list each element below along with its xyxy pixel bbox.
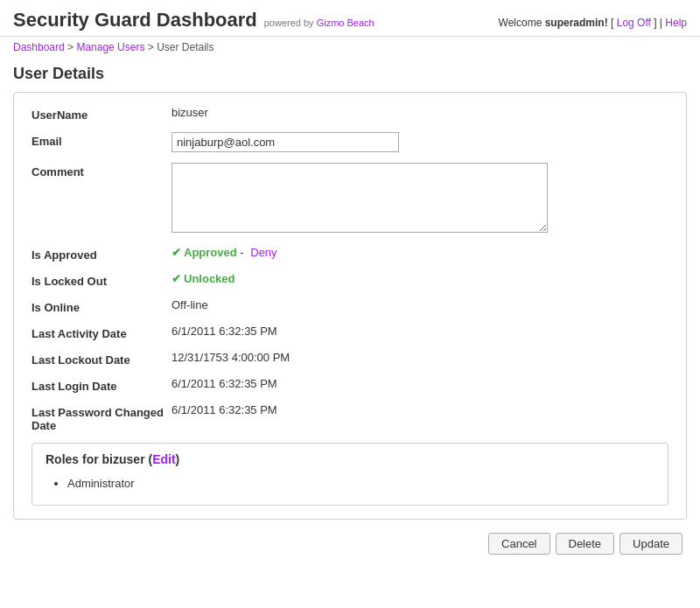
header: Security Guard Dashboard powered by Gizm…	[0, 0, 700, 37]
header-right: Welcome superadmin! [ Log Off ] | Help	[499, 17, 687, 29]
powered-by: powered by Gizmo Beach	[264, 17, 374, 28]
roles-section: Roles for bizuser (Edit) Administrator	[32, 443, 668, 506]
breadcrumb-current: User Details	[157, 41, 214, 53]
roles-edit-link[interactable]: Edit	[152, 452, 175, 466]
log-off-link[interactable]: Log Off	[617, 17, 651, 29]
is-locked-out-row: Is Locked Out ✔Unlocked	[32, 272, 668, 288]
last-activity-label: Last Activity Date	[32, 325, 172, 340]
email-input[interactable]	[172, 132, 399, 152]
is-locked-out-label: Is Locked Out	[32, 272, 172, 288]
cancel-button[interactable]: Cancel	[488, 533, 550, 555]
last-activity-value: 6/1/2011 6:32:35 PM	[172, 325, 668, 338]
is-online-row: Is Online Off-line	[32, 298, 668, 314]
username-value: bizuser	[172, 106, 668, 119]
approved-status: Approved	[184, 246, 237, 259]
deny-link[interactable]: Deny	[250, 246, 276, 259]
gizmo-beach-link[interactable]: Gizmo Beach	[317, 17, 374, 28]
unlocked-checkmark: ✔	[172, 272, 181, 285]
comment-field-wrapper	[172, 163, 668, 235]
unlocked-status: Unlocked	[184, 272, 235, 285]
help-link[interactable]: Help	[665, 17, 687, 29]
header-left: Security Guard Dashboard powered by Gizm…	[13, 9, 374, 31]
form-panel: UserName bizuser Email Comment Is Approv…	[13, 92, 687, 520]
powered-by-label: powered by	[264, 17, 314, 28]
username-row: UserName bizuser	[32, 106, 668, 122]
is-locked-out-value: ✔Unlocked	[172, 272, 668, 285]
roles-title-prefix: Roles for bizuser	[46, 452, 145, 466]
roles-title: Roles for bizuser (Edit)	[46, 452, 654, 466]
list-item: Administrator	[67, 475, 654, 492]
content: UserName bizuser Email Comment Is Approv…	[0, 92, 700, 568]
last-password-value: 6/1/2011 6:32:35 PM	[172, 403, 668, 416]
update-button[interactable]: Update	[620, 533, 682, 555]
last-password-row: Last Password Changed Date 6/1/2011 6:32…	[32, 403, 668, 432]
last-login-row: Last Login Date 6/1/2011 6:32:35 PM	[32, 377, 668, 393]
last-lockout-label: Last Lockout Date	[32, 351, 172, 367]
last-lockout-row: Last Lockout Date 12/31/1753 4:00:00 PM	[32, 351, 668, 367]
comment-row: Comment	[32, 163, 668, 235]
breadcrumb-dashboard[interactable]: Dashboard	[13, 41, 65, 53]
email-field-wrapper	[172, 132, 668, 152]
last-login-label: Last Login Date	[32, 377, 172, 393]
email-label: Email	[32, 132, 172, 148]
breadcrumb: Dashboard > Manage Users > User Details	[0, 37, 700, 58]
delete-button[interactable]: Delete	[556, 533, 615, 555]
email-row: Email	[32, 132, 668, 152]
app-title: Security Guard Dashboard	[13, 9, 257, 31]
welcome-text: Welcome	[499, 17, 542, 29]
is-online-value: Off-line	[172, 298, 668, 311]
comment-label: Comment	[32, 163, 172, 178]
breadcrumb-manage-users[interactable]: Manage Users	[76, 41, 144, 53]
comment-textarea[interactable]	[172, 163, 548, 233]
username-label: UserName	[32, 106, 172, 122]
approved-checkmark: ✔	[172, 246, 181, 259]
last-lockout-value: 12/31/1753 4:00:00 PM	[172, 351, 668, 364]
is-online-label: Is Online	[32, 298, 172, 314]
is-approved-label: Is Approved	[32, 246, 172, 262]
roles-list: Administrator	[46, 475, 654, 492]
button-row: Cancel Delete Update	[13, 533, 687, 555]
is-approved-row: Is Approved ✔Approved - Deny	[32, 246, 668, 262]
last-activity-row: Last Activity Date 6/1/2011 6:32:35 PM	[32, 325, 668, 340]
approved-separator: -	[240, 246, 247, 259]
page-title: User Details	[0, 58, 700, 92]
last-password-label: Last Password Changed Date	[32, 403, 172, 432]
logged-in-username: superadmin!	[545, 17, 608, 29]
is-approved-value: ✔Approved - Deny	[172, 246, 668, 259]
last-login-value: 6/1/2011 6:32:35 PM	[172, 377, 668, 390]
